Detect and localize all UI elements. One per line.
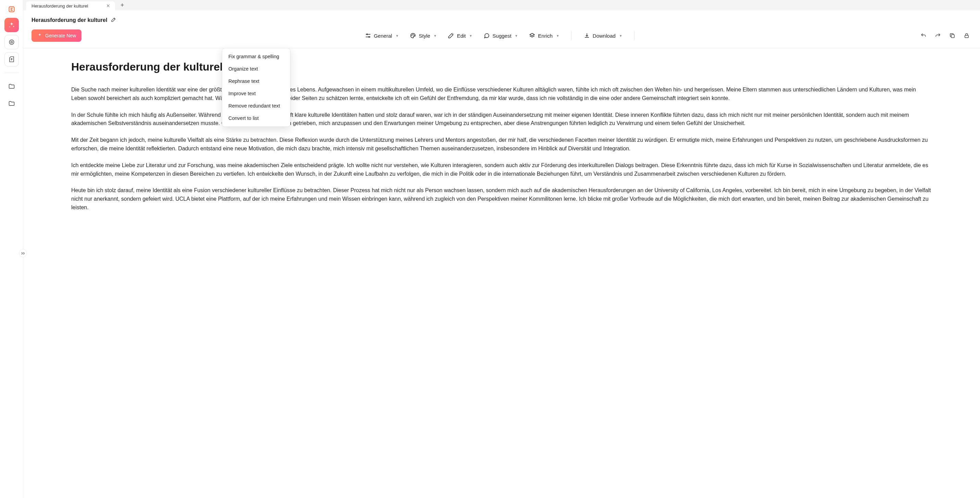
svg-point-2 bbox=[11, 41, 12, 43]
edit-dropdown: Fix grammar & spelling Organize text Rep… bbox=[222, 48, 290, 127]
menu-fix-grammar[interactable]: Fix grammar & spelling bbox=[222, 50, 290, 63]
chevron-down-icon: ▾ bbox=[557, 33, 559, 38]
undo-icon bbox=[920, 33, 927, 39]
download-icon bbox=[584, 33, 590, 39]
chevron-down-icon: ▾ bbox=[470, 33, 472, 38]
paragraph: Die Suche nach meiner kulturellen Identi… bbox=[71, 86, 932, 103]
suggest-menu[interactable]: Suggest▾ bbox=[479, 30, 522, 41]
toolbar-right-group bbox=[918, 30, 972, 41]
redo-button[interactable] bbox=[933, 30, 943, 41]
svg-point-5 bbox=[412, 35, 412, 36]
wand-icon bbox=[448, 33, 454, 39]
document-heading: Herausforderung der kulturellen bbox=[71, 60, 932, 73]
lock-icon bbox=[964, 33, 970, 39]
svg-point-6 bbox=[413, 34, 413, 35]
chevron-down-icon: ▾ bbox=[515, 33, 517, 38]
paragraph: Heute bin ich stolz darauf, meine Identi… bbox=[71, 186, 932, 212]
chevron-down-icon: ▾ bbox=[620, 33, 622, 38]
tab-bar: Herausforderung der kulturel ✕ + bbox=[23, 0, 980, 10]
sliders-icon bbox=[365, 33, 371, 39]
nav-generate[interactable] bbox=[5, 18, 19, 32]
style-menu[interactable]: Style▾ bbox=[405, 30, 441, 41]
menu-rephrase-text[interactable]: Rephrase text bbox=[222, 75, 290, 88]
document-content[interactable]: Herausforderung der kulturellen Die Such… bbox=[23, 48, 980, 498]
copy-button[interactable] bbox=[947, 30, 958, 41]
generate-new-label: Generate New bbox=[45, 33, 76, 38]
tab-title: Herausforderung der kulturel bbox=[32, 3, 88, 9]
undo-button[interactable] bbox=[918, 30, 929, 41]
main-area: Herausforderung der kulturel ✕ + Herausf… bbox=[23, 0, 980, 498]
menu-convert-list[interactable]: Convert to list bbox=[222, 112, 290, 124]
edit-menu[interactable]: Edit▾ bbox=[443, 30, 477, 41]
chevron-down-icon: ▾ bbox=[396, 33, 398, 38]
toolbar-divider bbox=[634, 31, 635, 40]
nav-folder-2[interactable] bbox=[5, 96, 19, 111]
copy-icon bbox=[949, 33, 955, 39]
chat-icon bbox=[484, 33, 490, 39]
sidebar-expand-handle[interactable]: ›› bbox=[19, 249, 27, 257]
toolbar: Generate New General▾ Style▾ Edit▾ Sugge… bbox=[23, 27, 980, 48]
new-tab-button[interactable]: + bbox=[117, 0, 127, 10]
general-menu[interactable]: General▾ bbox=[360, 30, 403, 41]
svg-rect-9 bbox=[965, 35, 969, 38]
redo-icon bbox=[935, 33, 941, 39]
palette-icon bbox=[410, 33, 416, 39]
paragraph: Mit der Zeit begann ich jedoch, meine ku… bbox=[71, 136, 932, 153]
svg-rect-8 bbox=[951, 35, 954, 38]
app-logo bbox=[6, 3, 18, 15]
download-menu[interactable]: Download▾ bbox=[579, 30, 627, 41]
generate-new-button[interactable]: Generate New bbox=[32, 29, 81, 42]
chevron-down-icon: ▾ bbox=[434, 33, 436, 38]
paragraph: Ich entdeckte meine Liebe zur Literatur … bbox=[71, 161, 932, 178]
document-tab[interactable]: Herausforderung der kulturel ✕ bbox=[26, 2, 115, 10]
toolbar-divider bbox=[571, 31, 571, 40]
document-title-bar: Herausforderung der kulturel bbox=[23, 10, 980, 27]
menu-improve-text[interactable]: Improve text bbox=[222, 88, 290, 100]
left-sidebar: ›› bbox=[0, 0, 23, 498]
svg-point-4 bbox=[368, 36, 369, 37]
edit-title-icon[interactable] bbox=[111, 16, 117, 24]
menu-remove-redundant[interactable]: Remove redundant text bbox=[222, 100, 290, 112]
sidebar-divider bbox=[5, 73, 18, 73]
close-icon[interactable]: ✕ bbox=[106, 3, 110, 9]
nav-export[interactable] bbox=[5, 52, 19, 67]
toolbar-center-group: General▾ Style▾ Edit▾ Suggest▾ Enrich▾ bbox=[360, 30, 640, 41]
svg-point-1 bbox=[9, 40, 14, 44]
nav-folder-1[interactable] bbox=[5, 79, 19, 94]
svg-point-7 bbox=[414, 35, 415, 36]
enrich-menu[interactable]: Enrich▾ bbox=[524, 30, 564, 41]
svg-point-3 bbox=[366, 34, 368, 35]
paragraph: In der Schule fühlte ich mich häufig als… bbox=[71, 111, 932, 128]
menu-organize-text[interactable]: Organize text bbox=[222, 63, 290, 75]
nav-ai-tool[interactable] bbox=[5, 35, 19, 49]
layers-icon bbox=[529, 33, 535, 39]
document-title: Herausforderung der kulturel bbox=[32, 17, 107, 23]
lock-button[interactable] bbox=[961, 30, 972, 41]
